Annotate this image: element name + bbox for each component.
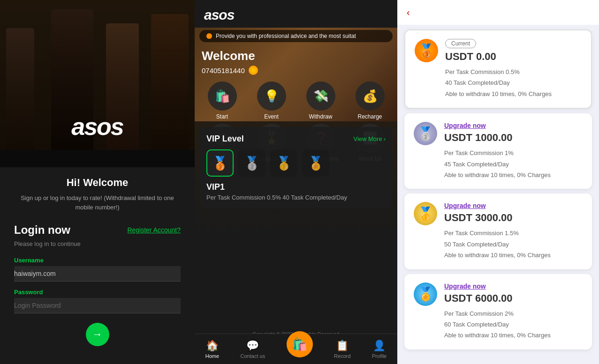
vip-description: Per Task Commission 0.5% 40 Task Complet… xyxy=(206,194,386,201)
nav-contact-label: Contact us xyxy=(241,353,265,359)
recharge-icon: 💰 xyxy=(356,82,385,111)
vip4-amount: USDT 6000.00 xyxy=(444,292,583,305)
vip4-badge: 🏅 xyxy=(414,282,437,306)
register-link[interactable]: Register Account? xyxy=(127,226,181,234)
vip1-amount: USDT 0.00 xyxy=(445,51,582,63)
plan-top-vip1: 🥉 Current USDT 0.00 Per Task Commission … xyxy=(415,39,582,99)
current-tag: Current xyxy=(445,39,476,48)
start-label: Start xyxy=(216,113,228,120)
event-icon: 💡 xyxy=(257,82,286,111)
user-phone: 07405181440 xyxy=(202,67,245,74)
plan-content-vip1: Current USDT 0.00 Per Task Commission 0.… xyxy=(445,39,582,99)
chevron-right-icon: › xyxy=(384,135,386,142)
welcome-subtitle: Sign up or log in today to rate! (Withdr… xyxy=(14,193,181,212)
icon-recharge[interactable]: 💰 Recharge xyxy=(347,82,393,120)
vip2-amount: USDT 1000.00 xyxy=(444,132,583,144)
nav-record[interactable]: 📋 Record xyxy=(334,340,350,359)
icon-withdraw[interactable]: 💸 Withdraw xyxy=(298,82,343,120)
profile-icon: 👤 xyxy=(373,340,386,352)
login-title: Login now xyxy=(14,223,70,237)
login-submit-button[interactable]: → xyxy=(86,323,109,346)
vip-plans-header: ‹ xyxy=(397,0,599,25)
vip-badge-2[interactable]: 🥈 xyxy=(238,149,265,177)
vip1-badge: 🥉 xyxy=(415,39,438,62)
vip-section: VIP Level View More › 🥉 🥈 🥇 🏅 VIP1 Per T… xyxy=(199,127,393,208)
plan-content-vip4: Upgrade now USDT 6000.00 Per Task Commis… xyxy=(444,282,583,341)
password-label: Password xyxy=(14,289,181,296)
vip-info: VIP1 Per Task Commission 0.5% 40 Task Co… xyxy=(206,182,386,201)
vip-level-title: VIP Level xyxy=(206,134,244,144)
main-header: asos xyxy=(195,0,397,28)
vip-plans-panel: ‹ 🥉 Current USDT 0.00 Per Task Commissio… xyxy=(397,0,599,364)
username-label: Username xyxy=(14,257,181,264)
icon-event[interactable]: 💡 Event xyxy=(249,82,294,120)
withdraw-label: Withdraw xyxy=(309,113,332,120)
login-header: Login now Register Account? xyxy=(14,223,181,237)
plan-card-vip3: 🥇 Upgrade now USDT 3000.00 Per Task Comm… xyxy=(404,193,592,269)
vip2-badge: 🥈 xyxy=(414,122,437,145)
login-subtitle: Please log in to continue xyxy=(14,240,181,247)
start-center-icon: 🛍️ xyxy=(292,337,307,352)
password-input[interactable] xyxy=(14,298,181,313)
vip4-detail: Per Task Commission 2% 60 Task Completed… xyxy=(444,308,583,341)
plan-top-vip2: 🥈 Upgrade now USDT 1000.00 Per Task Comm… xyxy=(414,122,583,180)
password-field-group: Password xyxy=(14,289,181,313)
vip-badge-1[interactable]: 🥉 xyxy=(206,149,234,177)
plan-card-vip4: 🏅 Upgrade now USDT 6000.00 Per Task Comm… xyxy=(404,274,592,349)
main-panel: asos Provide you with professional advic… xyxy=(195,0,397,364)
home-icon: 🏠 xyxy=(206,340,219,352)
upgrade-now-vip4[interactable]: Upgrade now xyxy=(444,282,583,290)
upgrade-now-vip3[interactable]: Upgrade now xyxy=(444,202,583,209)
welcome-section: Welcome 07405181440 xyxy=(202,49,258,75)
start-icon: 🛍️ xyxy=(208,82,237,111)
notification-dot xyxy=(206,33,212,39)
welcome-heading: Hi! Welcome xyxy=(14,177,181,189)
vip3-detail: Per Task Commission 1.5% 50 Task Complet… xyxy=(444,228,583,260)
vip2-detail: Per Task Commission 1% 45 Task Completed… xyxy=(444,148,583,180)
nav-record-label: Record xyxy=(334,353,350,359)
vip1-detail: Per Task Commission 0.5% 40 Task Complet… xyxy=(445,67,582,99)
nav-start-center[interactable]: 🛍️ xyxy=(287,331,313,357)
nav-home[interactable]: 🏠 Home xyxy=(205,340,219,359)
username-input[interactable] xyxy=(14,266,181,282)
banner-area: Provide you with professional advice and… xyxy=(195,28,397,238)
vip3-badge: 🥇 xyxy=(414,202,437,225)
login-card: Hi! Welcome Sign up or log in today to r… xyxy=(0,167,195,364)
record-icon: 📋 xyxy=(336,340,349,352)
vip-badges-row: 🥉 🥈 🥇 🏅 xyxy=(206,149,386,177)
view-more-label: View More xyxy=(353,135,382,142)
view-more-button[interactable]: View More › xyxy=(353,135,386,142)
back-button[interactable]: ‹ xyxy=(407,7,410,18)
vip-badge-3[interactable]: 🥇 xyxy=(270,149,297,177)
nav-contact[interactable]: 💬 Contact us xyxy=(241,340,265,359)
login-panel: asos Hi! Welcome Sign up or log in today… xyxy=(0,0,195,364)
upgrade-now-vip2[interactable]: Upgrade now xyxy=(444,122,583,129)
nav-home-label: Home xyxy=(205,353,219,359)
event-label: Event xyxy=(264,113,279,120)
vip-name: VIP1 xyxy=(206,182,386,192)
plan-content-vip3: Upgrade now USDT 3000.00 Per Task Commis… xyxy=(444,202,583,260)
recharge-label: Recharge xyxy=(357,113,382,120)
login-asos-logo: asos xyxy=(71,112,123,141)
user-row: 07405181440 xyxy=(202,66,258,75)
notification-bar: Provide you with professional advice and… xyxy=(199,30,393,42)
nav-profile[interactable]: 👤 Profile xyxy=(372,340,387,359)
vip3-amount: USDT 3000.00 xyxy=(444,212,583,224)
plan-content-vip2: Upgrade now USDT 1000.00 Per Task Commis… xyxy=(444,122,583,180)
username-field-group: Username xyxy=(14,257,181,282)
plan-top-vip4: 🏅 Upgrade now USDT 6000.00 Per Task Comm… xyxy=(414,282,583,341)
icon-start[interactable]: 🛍️ Start xyxy=(199,82,245,120)
notification-text: Provide you with professional advice and… xyxy=(216,33,356,39)
welcome-message: Welcome xyxy=(202,49,258,63)
bottom-navigation: 🏠 Home 💬 Contact us 🛍️ 📋 Record 👤 Profil… xyxy=(195,334,397,364)
withdraw-icon: 💸 xyxy=(306,82,335,111)
vip-section-header: VIP Level View More › xyxy=(206,134,386,144)
vip-badge-4[interactable]: 🏅 xyxy=(302,149,329,177)
contact-icon: 💬 xyxy=(246,340,259,352)
main-asos-logo: asos xyxy=(204,7,388,23)
plan-card-vip2: 🥈 Upgrade now USDT 1000.00 Per Task Comm… xyxy=(404,113,592,189)
plan-top-vip3: 🥇 Upgrade now USDT 3000.00 Per Task Comm… xyxy=(414,202,583,260)
coin-icon xyxy=(249,66,258,75)
plan-card-vip1: 🥉 Current USDT 0.00 Per Task Commission … xyxy=(404,30,592,109)
nav-profile-label: Profile xyxy=(372,353,387,359)
